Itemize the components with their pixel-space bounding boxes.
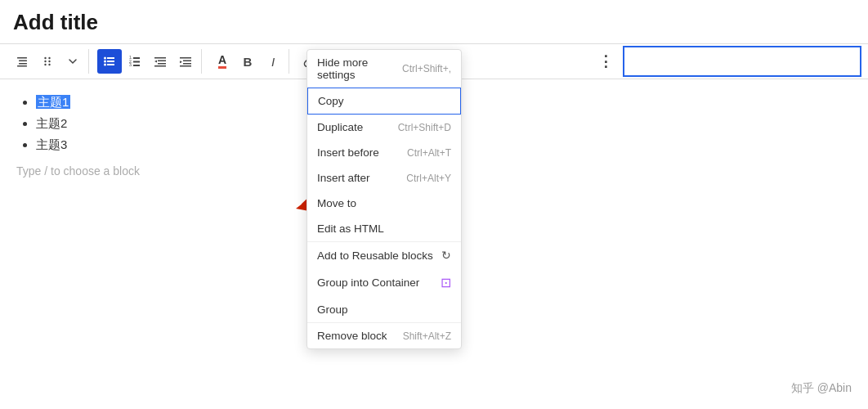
svg-rect-15	[107, 64, 114, 65]
svg-point-9	[48, 64, 50, 65]
svg-rect-29	[180, 65, 191, 67]
list-item-text: 主题1	[36, 95, 70, 109]
text-color-button[interactable]: A	[210, 49, 235, 74]
menu-item-label: Insert before	[317, 146, 379, 159]
svg-rect-28	[183, 63, 191, 65]
menu-item-label: Move to	[317, 197, 356, 209]
menu-item-shortcut: Ctrl+Alt+Y	[406, 173, 451, 184]
svg-point-6	[44, 61, 46, 62]
menu-section-1: Hide more settings Ctrl+Shift+, Copy Dup…	[307, 50, 461, 242]
list-item-text: 主题3	[36, 137, 67, 151]
menu-item-label: Group into Container	[317, 276, 419, 289]
toolbar-group-2: 1. 2. 3.	[94, 49, 202, 74]
menu-item-label: Copy	[318, 95, 344, 107]
menu-item-label: Add to Reusable blocks	[317, 249, 433, 262]
container-icon: ⊡	[441, 275, 451, 290]
menu-section-3: Remove block Shift+Alt+Z	[307, 323, 461, 348]
svg-rect-19	[133, 61, 140, 63]
list-item-text: 主题2	[36, 116, 67, 130]
svg-rect-25	[154, 65, 166, 67]
menu-item-shortcut: Ctrl+Shift+D	[398, 122, 451, 133]
svg-rect-26	[180, 57, 191, 59]
svg-point-12	[104, 61, 106, 63]
svg-rect-22	[154, 57, 166, 59]
menu-section-2: Add to Reusable blocks ↻ Group into Cont…	[307, 242, 461, 323]
menu-item-label: Group	[317, 303, 348, 316]
menu-item-insert-after[interactable]: Insert after Ctrl+Alt+Y	[307, 165, 461, 191]
reusable-icon: ↻	[441, 249, 451, 262]
more-options-button[interactable]: ⋮	[593, 49, 618, 74]
menu-item-hide-settings[interactable]: Hide more settings Ctrl+Shift+,	[307, 50, 461, 88]
menu-item-shortcut: Ctrl+Alt+T	[407, 147, 451, 159]
svg-rect-2	[19, 63, 27, 65]
svg-point-7	[48, 61, 50, 62]
menu-item-label: Insert after	[317, 172, 370, 184]
menu-item-remove[interactable]: Remove block Shift+Alt+Z	[307, 323, 461, 348]
svg-rect-1	[19, 61, 27, 62]
svg-point-10	[104, 57, 106, 60]
svg-rect-0	[17, 57, 27, 59]
toolbar-group-1	[7, 49, 89, 74]
svg-point-8	[44, 64, 46, 65]
svg-rect-17	[133, 57, 140, 59]
menu-item-insert-before[interactable]: Insert before Ctrl+Alt+T	[307, 140, 461, 165]
menu-item-edit-html[interactable]: Edit as HTML	[307, 216, 461, 241]
menu-item-duplicate[interactable]: Duplicate Ctrl+Shift+D	[307, 115, 461, 140]
menu-item-group[interactable]: Group	[307, 297, 461, 322]
svg-rect-13	[107, 61, 114, 62]
menu-item-shortcut: Shift+Alt+Z	[403, 330, 451, 342]
bullet-list-button[interactable]	[97, 49, 122, 74]
svg-rect-21	[133, 65, 140, 66]
svg-rect-11	[107, 57, 114, 59]
menu-item-reusable[interactable]: Add to Reusable blocks ↻	[307, 242, 461, 268]
italic-button[interactable]: I	[261, 49, 285, 74]
numbered-list-button[interactable]: 1. 2. 3.	[123, 49, 147, 74]
svg-point-4	[44, 57, 46, 59]
drag-handle-button[interactable]	[35, 49, 60, 74]
context-menu: Hide more settings Ctrl+Shift+, Copy Dup…	[306, 49, 462, 349]
svg-rect-23	[158, 61, 166, 62]
dedent-button[interactable]	[148, 49, 172, 74]
menu-item-label: Remove block	[317, 330, 387, 342]
menu-item-move-to[interactable]: Move to	[307, 191, 461, 216]
title-input[interactable]	[623, 46, 861, 77]
menu-item-label: Hide more settings	[317, 56, 402, 81]
menu-item-label: Duplicate	[317, 121, 363, 133]
menu-item-group-container[interactable]: Group into Container ⊡	[307, 268, 461, 297]
menu-item-label: Edit as HTML	[317, 222, 384, 235]
toolbar-group-3: A B I	[207, 49, 289, 74]
svg-point-5	[48, 57, 50, 59]
indent-button[interactable]	[173, 49, 198, 74]
chevron-button[interactable]	[60, 49, 85, 74]
list-indent-button[interactable]	[10, 49, 34, 74]
svg-point-14	[104, 64, 106, 66]
svg-rect-24	[158, 63, 166, 65]
bold-button[interactable]: B	[235, 49, 260, 74]
watermark: 知乎 @Abin	[791, 381, 852, 396]
menu-item-copy[interactable]: Copy	[307, 88, 461, 115]
svg-text:3.: 3.	[129, 62, 132, 67]
page-title: Add title	[0, 0, 868, 43]
menu-item-shortcut: Ctrl+Shift+,	[402, 63, 451, 74]
svg-rect-3	[17, 65, 27, 67]
svg-rect-27	[183, 61, 191, 62]
